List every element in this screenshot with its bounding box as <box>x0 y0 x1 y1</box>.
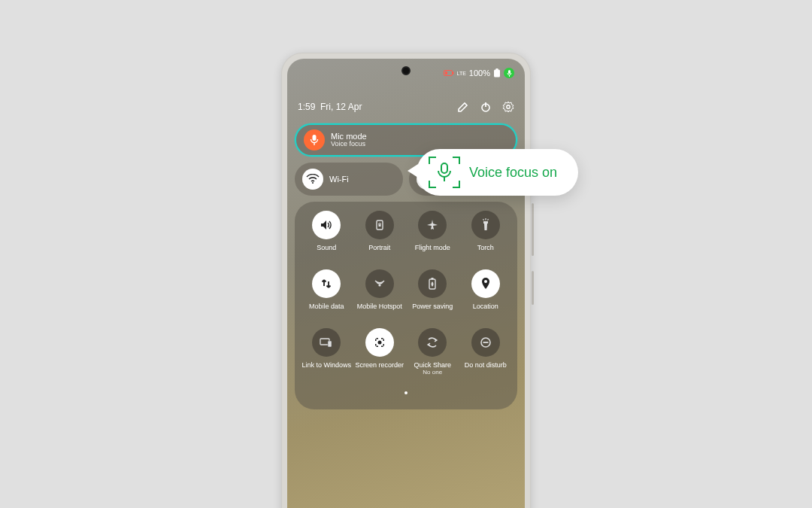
svg-rect-2 <box>445 71 447 75</box>
svg-point-9 <box>507 105 510 108</box>
location-icon <box>471 269 500 298</box>
svg-point-25 <box>377 341 381 345</box>
svg-rect-1 <box>453 71 454 74</box>
tile-label: Mobile Hotspot <box>357 303 402 318</box>
svg-rect-5 <box>508 70 511 74</box>
header-time: 1:59 <box>298 102 315 112</box>
tile-flight-mode[interactable]: Flight mode <box>407 211 459 259</box>
tile-power-saving[interactable]: Power saving <box>407 269 459 318</box>
tile-screen-recorder[interactable]: Screen recorder <box>354 328 406 376</box>
wifi-label: Wi-Fi <box>329 175 349 184</box>
svg-point-22 <box>484 280 487 283</box>
tile-link-to-windows[interactable]: Link to Windows <box>301 328 353 376</box>
front-camera <box>401 66 411 75</box>
svg-point-12 <box>312 182 314 184</box>
power-saving-icon <box>418 269 447 298</box>
tile-torch[interactable]: Torch <box>460 211 512 259</box>
edit-icon[interactable] <box>457 101 469 113</box>
tile-wifi[interactable]: Wi-Fi <box>295 163 403 196</box>
tile-label: Do not disturb <box>465 361 507 376</box>
tile-mobile-data[interactable]: Mobile data <box>301 269 353 318</box>
tile-label: Quick ShareNo one <box>414 361 451 376</box>
tile-label: Mobile data <box>309 303 344 318</box>
sound-icon <box>312 211 341 239</box>
tile-label: Torch <box>477 244 494 259</box>
tile-do-not-disturb[interactable]: Do not disturb <box>460 328 512 376</box>
tile-portrait[interactable]: Portrait <box>354 211 406 259</box>
svg-rect-3 <box>494 70 500 78</box>
tile-label: Location <box>473 303 498 318</box>
quick-settings-grid: Sound Portrait Flight mode <box>295 202 517 409</box>
volume-button <box>532 203 534 256</box>
torch-icon <box>471 211 500 239</box>
tile-label: Portrait <box>368 244 390 259</box>
airplane-icon <box>418 211 447 239</box>
svg-rect-24 <box>328 341 332 347</box>
mic-mode-subtitle: Voice focus <box>331 141 367 148</box>
tile-location[interactable]: Location <box>460 269 512 318</box>
wifi-icon <box>302 169 323 190</box>
voice-focus-callout: Voice focus on <box>417 149 578 196</box>
tile-label: Flight mode <box>415 244 450 259</box>
svg-rect-10 <box>313 135 317 141</box>
phone-screen: LTE 100% 1:59 Fri, 12 Apr <box>287 59 525 508</box>
svg-rect-4 <box>496 68 498 70</box>
phone-frame: LTE 100% 1:59 Fri, 12 Apr <box>281 53 531 508</box>
svg-line-18 <box>487 219 488 221</box>
tile-label: Link to Windows <box>301 361 351 376</box>
mic-active-indicator <box>504 68 514 78</box>
tile-sound[interactable]: Sound <box>301 211 353 259</box>
power-button <box>532 271 534 305</box>
dnd-icon <box>471 328 500 357</box>
callout-text: Voice focus on <box>469 165 557 181</box>
tile-label: Screen recorder <box>355 361 404 376</box>
screen-recorder-icon <box>365 328 394 357</box>
tile-label: Power saving <box>412 303 453 318</box>
svg-rect-15 <box>483 221 488 224</box>
settings-icon[interactable] <box>502 101 514 113</box>
page-indicator <box>301 384 511 397</box>
tile-quick-share[interactable]: Quick ShareNo one <box>407 328 459 376</box>
voice-focus-icon <box>429 157 460 188</box>
signal-icon: LTE <box>457 71 466 76</box>
quick-panel-header: 1:59 Fri, 12 Apr <box>298 101 514 113</box>
battery-low-icon <box>444 70 454 77</box>
mobile-data-icon <box>312 269 341 298</box>
svg-point-19 <box>378 284 380 286</box>
power-icon[interactable] <box>480 101 492 113</box>
svg-line-17 <box>483 219 483 221</box>
svg-rect-28 <box>441 163 447 173</box>
svg-rect-21 <box>432 278 434 280</box>
clock-date[interactable]: 1:59 Fri, 12 Apr <box>298 102 362 112</box>
callout-pointer <box>408 164 418 178</box>
tile-mobile-hotspot[interactable]: Mobile Hotspot <box>354 269 406 318</box>
hotspot-icon <box>365 269 394 298</box>
battery-percent: 100% <box>469 68 490 78</box>
battery-full-icon <box>493 68 501 78</box>
mic-icon <box>304 129 325 151</box>
tile-label: Sound <box>317 244 336 259</box>
status-bar: LTE 100% <box>444 68 514 78</box>
quick-share-icon <box>418 328 447 357</box>
link-windows-icon <box>312 328 341 357</box>
portrait-lock-icon <box>365 211 394 239</box>
svg-rect-14 <box>378 224 380 227</box>
header-date: Fri, 12 Apr <box>320 102 362 112</box>
